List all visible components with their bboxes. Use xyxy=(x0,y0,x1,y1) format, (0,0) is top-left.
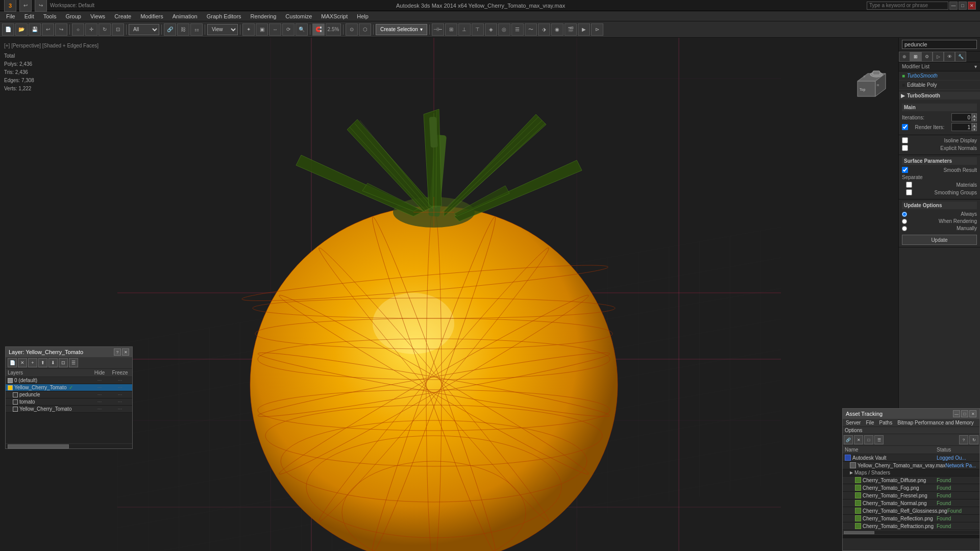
select-region-btn[interactable]: ▣ xyxy=(256,23,268,36)
quick-render-btn[interactable]: ⊳ xyxy=(591,23,603,36)
menu-modifiers[interactable]: Modifiers xyxy=(136,12,167,20)
redo-toolbar-btn[interactable]: ↪ xyxy=(55,23,67,36)
at-minimize-btn[interactable]: — xyxy=(953,410,960,417)
curve-editor-btn[interactable]: 〜 xyxy=(525,23,537,36)
layer-row-default[interactable]: 0 (default) ··· ··· xyxy=(6,377,132,384)
save-btn[interactable]: 💾 xyxy=(29,23,41,36)
open-btn[interactable]: 📂 xyxy=(15,23,28,36)
schematic-btn[interactable]: ⬗ xyxy=(538,23,550,36)
when-rendering-radio[interactable] xyxy=(902,219,907,224)
rotate-toolbar-btn[interactable]: ⟳ xyxy=(282,23,295,36)
close-btn[interactable]: ✕ xyxy=(968,2,976,10)
update-button[interactable]: Update xyxy=(902,235,977,245)
at-row-fresnel[interactable]: Cherry_Tomato_Fresnel.png Found xyxy=(843,492,979,499)
zoom-percent-btn[interactable]: 2.5% xyxy=(326,23,341,36)
iterations-input[interactable] xyxy=(951,113,972,121)
select-btn[interactable]: ⟐ xyxy=(72,23,84,36)
at-row-refraction[interactable]: Cherry_Tomato_Refraction.png Found xyxy=(843,522,979,530)
tab-hierarchy[interactable]: ⚙ xyxy=(921,52,933,62)
material-editor-btn[interactable]: ◉ xyxy=(551,23,564,36)
render-iters-checkbox[interactable] xyxy=(902,124,908,130)
smooth-result-checkbox[interactable] xyxy=(902,167,908,173)
menu-tools[interactable]: Tools xyxy=(39,12,61,20)
zoom-btn[interactable]: 🔍 xyxy=(296,23,308,36)
move-toolbar-btn[interactable]: ↔ xyxy=(269,23,281,36)
menu-views[interactable]: Views xyxy=(86,12,109,20)
manually-radio[interactable] xyxy=(902,226,907,231)
select-all-dropdown[interactable]: All xyxy=(129,24,159,35)
layers-add-btn[interactable]: 📄 xyxy=(8,358,17,367)
render-btn[interactable]: ▶ xyxy=(578,23,590,36)
bind-btn[interactable]: ⚏ xyxy=(190,23,203,36)
always-radio[interactable] xyxy=(902,212,907,217)
at-btn3[interactable]: □ xyxy=(864,435,873,444)
at-menu-bitmap[interactable]: Bitmap Performance and Memory xyxy=(896,419,975,426)
menu-help[interactable]: Help xyxy=(353,12,373,20)
layer-row-peduncle[interactable]: peduncle ··· ··· xyxy=(6,391,132,398)
at-maximize-btn[interactable]: □ xyxy=(961,410,968,417)
at-row-vault[interactable]: Autodesk Vault Logged Ou... xyxy=(843,454,979,462)
undo-btn[interactable]: ↩ xyxy=(19,0,32,12)
tab-modify[interactable]: ⊞ xyxy=(910,52,921,62)
layers-select-btn[interactable]: ⊡ xyxy=(59,358,68,367)
create-selection-btn[interactable]: Create Selection ▾ xyxy=(376,24,427,35)
at-row-normal[interactable]: Cherry_Tomato_Normal.png Found xyxy=(843,499,979,507)
normal-align-btn[interactable]: ⊤ xyxy=(472,23,484,36)
layers-help-btn[interactable]: ? xyxy=(114,348,121,356)
render-setup-btn[interactable]: 🎬 xyxy=(565,23,577,36)
layer-manager-btn[interactable]: ☰ xyxy=(511,23,524,36)
at-menu-paths[interactable]: Paths xyxy=(878,419,894,426)
layer-row-yellow-cherry[interactable]: Yellow_Cherry_Tomato ✓ ··· ··· xyxy=(6,384,132,391)
tab-motion[interactable]: ▷ xyxy=(933,52,944,62)
menu-animation[interactable]: Animation xyxy=(168,12,202,20)
minimize-btn[interactable]: — xyxy=(949,2,958,10)
viewport-cube[interactable]: Top R F xyxy=(852,68,888,104)
isolate-sel-btn[interactable]: ◎ xyxy=(498,23,510,36)
at-hscrollbar-thumb[interactable] xyxy=(844,531,874,534)
layers-move-down-btn[interactable]: ⬇ xyxy=(48,358,58,367)
scale-btn[interactable]: ⊡ xyxy=(112,23,124,36)
at-menu-file[interactable]: File xyxy=(865,419,875,426)
iterations-down[interactable]: ▼ xyxy=(972,117,977,121)
layer-row-tomato[interactable]: tomato ··· ··· xyxy=(6,398,132,406)
rotate-btn[interactable]: ↻ xyxy=(99,23,111,36)
align-btn[interactable]: ⊥ xyxy=(458,23,471,36)
menu-maxscript[interactable]: MAXScript xyxy=(317,12,352,20)
place-highlight-btn[interactable]: ◈ xyxy=(485,23,497,36)
new-btn[interactable]: 📄 xyxy=(2,23,14,36)
menu-customize[interactable]: Customize xyxy=(281,12,316,20)
layers-hscrollbar-thumb[interactable] xyxy=(8,444,69,448)
at-row-fog[interactable]: Cherry_Tomato_Fog.png Found xyxy=(843,484,979,492)
menu-file[interactable]: File xyxy=(2,12,19,20)
move-btn[interactable]: ✛ xyxy=(85,23,97,36)
layers-close-btn[interactable]: ✕ xyxy=(122,348,129,356)
iterations-up[interactable]: ▲ xyxy=(972,113,977,117)
view-dropdown[interactable]: View xyxy=(207,24,238,35)
array-btn[interactable]: ⊞ xyxy=(445,23,457,36)
search-input[interactable] xyxy=(867,2,948,10)
at-reload-btn[interactable]: ↻ xyxy=(969,435,978,444)
isolate-btn[interactable]: ⊙ xyxy=(346,23,358,36)
maximize-btn[interactable]: □ xyxy=(959,2,967,10)
render-iters-input[interactable] xyxy=(951,123,972,131)
menu-create[interactable]: Create xyxy=(110,12,135,20)
at-row-glossiness[interactable]: Cherry_Tomato_Refl_Glossiness.png Found xyxy=(843,507,979,515)
at-options-label[interactable]: Options xyxy=(845,428,862,433)
object-name-input[interactable] xyxy=(902,40,977,49)
tab-display[interactable]: 👁 xyxy=(944,52,955,62)
menu-graph-editors[interactable]: Graph Editors xyxy=(203,12,246,20)
layer-row-yellow-cherry-obj[interactable]: Yellow_Cherry_Tomato ··· ··· xyxy=(6,406,132,413)
explicit-normals-checkbox[interactable] xyxy=(902,145,908,151)
render-iters-up[interactable]: ▲ xyxy=(972,123,977,127)
layers-move-btn[interactable]: ⬆ xyxy=(38,358,47,367)
at-row-maps[interactable]: ▶ Maps / Shaders xyxy=(843,469,979,477)
modifier-editable-poly[interactable]: ■ Editable Poly xyxy=(899,81,980,90)
select-obj-btn[interactable]: ✦ xyxy=(242,23,255,36)
at-hscrollbar[interactable] xyxy=(843,530,979,534)
tab-create[interactable]: ⊕ xyxy=(899,52,910,62)
snap-btn[interactable]: 🧲 xyxy=(312,23,325,36)
redo-btn[interactable]: ↪ xyxy=(35,0,47,12)
layers-delete-btn[interactable]: ✕ xyxy=(18,358,27,367)
at-help-btn[interactable]: ? xyxy=(959,435,968,444)
smoothing-groups-checkbox[interactable] xyxy=(906,189,912,195)
